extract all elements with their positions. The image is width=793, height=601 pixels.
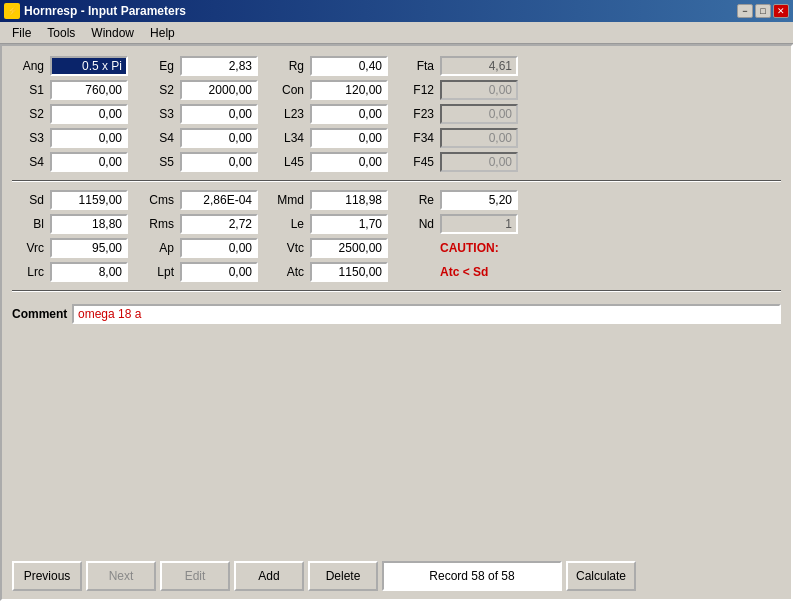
ap-group: Ap bbox=[142, 238, 258, 258]
s3top-input[interactable] bbox=[180, 104, 258, 124]
s2top-group: S2 bbox=[142, 80, 258, 100]
f45-label: F45 bbox=[402, 155, 440, 169]
nd-input bbox=[440, 214, 518, 234]
row-lrc: Lrc Lpt Atc Atc < Sd bbox=[12, 260, 781, 284]
l45-label: L45 bbox=[272, 155, 310, 169]
rms-input[interactable] bbox=[180, 214, 258, 234]
lpt-input[interactable] bbox=[180, 262, 258, 282]
s3top-label: S3 bbox=[142, 107, 180, 121]
s4-group: S4 bbox=[12, 152, 128, 172]
mmd-label: Mmd bbox=[272, 193, 310, 207]
menu-tools[interactable]: Tools bbox=[39, 24, 83, 42]
atc-input[interactable] bbox=[310, 262, 388, 282]
row-sd: Sd Cms Mmd Re bbox=[12, 188, 781, 212]
vtc-label: Vtc bbox=[272, 241, 310, 255]
f34-input bbox=[440, 128, 518, 148]
s5-label: S5 bbox=[142, 155, 180, 169]
caution2-label: Atc < Sd bbox=[440, 265, 488, 279]
atc-group: Atc bbox=[272, 262, 388, 282]
vrc-label: Vrc bbox=[12, 241, 50, 255]
s2top-input[interactable] bbox=[180, 80, 258, 100]
f45-input bbox=[440, 152, 518, 172]
ap-input[interactable] bbox=[180, 238, 258, 258]
comment-input[interactable] bbox=[72, 304, 781, 324]
comment-label: Comment bbox=[12, 307, 72, 321]
s4-input[interactable] bbox=[50, 152, 128, 172]
f23-label: F23 bbox=[402, 107, 440, 121]
minimize-button[interactable]: − bbox=[737, 4, 753, 18]
calculate-button[interactable]: Calculate bbox=[566, 561, 636, 591]
eg-group: Eg bbox=[142, 56, 258, 76]
sd-label: Sd bbox=[12, 193, 50, 207]
lpt-label: Lpt bbox=[142, 265, 180, 279]
nd-group: Nd bbox=[402, 214, 518, 234]
rg-input[interactable] bbox=[310, 56, 388, 76]
s1-group: S1 bbox=[12, 80, 128, 100]
bl-label: Bl bbox=[12, 217, 50, 231]
row-ang: Ang Eg Rg Fta bbox=[12, 54, 781, 78]
f23-group: F23 bbox=[402, 104, 518, 124]
menu-file[interactable]: File bbox=[4, 24, 39, 42]
title-bar-buttons: − □ ✕ bbox=[737, 4, 789, 18]
s4top-input[interactable] bbox=[180, 128, 258, 148]
lpt-group: Lpt bbox=[142, 262, 258, 282]
f12-label: F12 bbox=[402, 83, 440, 97]
l34-input[interactable] bbox=[310, 128, 388, 148]
sd-input[interactable] bbox=[50, 190, 128, 210]
comment-row: Comment bbox=[12, 304, 781, 324]
main-window: Ang Eg Rg Fta S1 S2 Con F12 bbox=[0, 44, 793, 601]
s5-group: S5 bbox=[142, 152, 258, 172]
re-input[interactable] bbox=[440, 190, 518, 210]
rms-label: Rms bbox=[142, 217, 180, 231]
vrc-input[interactable] bbox=[50, 238, 128, 258]
l23-input[interactable] bbox=[310, 104, 388, 124]
l34-group: L34 bbox=[272, 128, 388, 148]
close-button[interactable]: ✕ bbox=[773, 4, 789, 18]
rms-group: Rms bbox=[142, 214, 258, 234]
fta-group: Fta bbox=[402, 56, 518, 76]
menu-help[interactable]: Help bbox=[142, 24, 183, 42]
separator-1 bbox=[12, 180, 781, 182]
cms-label: Cms bbox=[142, 193, 180, 207]
vtc-input[interactable] bbox=[310, 238, 388, 258]
app-icon: ⚡ bbox=[4, 3, 20, 19]
row-s3: S3 S4 L34 F34 bbox=[12, 126, 781, 150]
con-input[interactable] bbox=[310, 80, 388, 100]
separator-2 bbox=[12, 290, 781, 292]
vtc-group: Vtc bbox=[272, 238, 388, 258]
bl-input[interactable] bbox=[50, 214, 128, 234]
s3-input[interactable] bbox=[50, 128, 128, 148]
previous-button[interactable]: Previous bbox=[12, 561, 82, 591]
ang-input[interactable] bbox=[50, 56, 128, 76]
l45-input[interactable] bbox=[310, 152, 388, 172]
maximize-button[interactable]: □ bbox=[755, 4, 771, 18]
s1-input[interactable] bbox=[50, 80, 128, 100]
rg-label: Rg bbox=[272, 59, 310, 73]
s2-input[interactable] bbox=[50, 104, 128, 124]
le-group: Le bbox=[272, 214, 388, 234]
row-s4: S4 S5 L45 F45 bbox=[12, 150, 781, 174]
bl-group: Bl bbox=[12, 214, 128, 234]
s2top-label: S2 bbox=[142, 83, 180, 97]
edit-button[interactable]: Edit bbox=[160, 561, 230, 591]
title-bar: ⚡ Hornresp - Input Parameters − □ ✕ bbox=[0, 0, 793, 22]
f12-input bbox=[440, 80, 518, 100]
f34-label: F34 bbox=[402, 131, 440, 145]
lrc-input[interactable] bbox=[50, 262, 128, 282]
s5-input[interactable] bbox=[180, 152, 258, 172]
l45-group: L45 bbox=[272, 152, 388, 172]
fta-input bbox=[440, 56, 518, 76]
s4top-label: S4 bbox=[142, 131, 180, 145]
next-button[interactable]: Next bbox=[86, 561, 156, 591]
eg-input[interactable] bbox=[180, 56, 258, 76]
nd-label: Nd bbox=[402, 217, 440, 231]
mmd-input[interactable] bbox=[310, 190, 388, 210]
mmd-group: Mmd bbox=[272, 190, 388, 210]
cms-input[interactable] bbox=[180, 190, 258, 210]
le-input[interactable] bbox=[310, 214, 388, 234]
cms-group: Cms bbox=[142, 190, 258, 210]
delete-button[interactable]: Delete bbox=[308, 561, 378, 591]
menu-window[interactable]: Window bbox=[83, 24, 142, 42]
add-button[interactable]: Add bbox=[234, 561, 304, 591]
rg-group: Rg bbox=[272, 56, 388, 76]
